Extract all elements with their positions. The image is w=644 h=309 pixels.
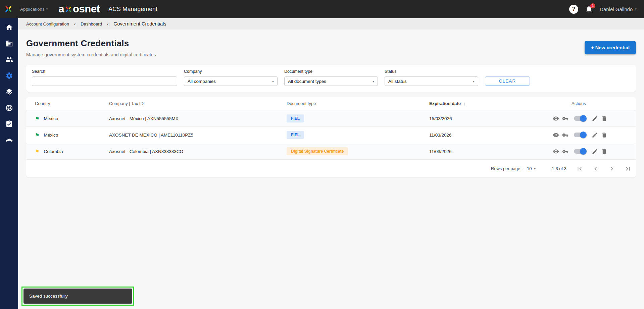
- status-toggle[interactable]: [574, 149, 585, 154]
- country-name: México: [44, 133, 58, 138]
- brand-suffix: osnet: [73, 3, 100, 15]
- credentials-key-button[interactable]: [562, 148, 568, 155]
- first-page-button[interactable]: [576, 165, 584, 173]
- sidebar: [0, 18, 18, 309]
- company-select[interactable]: All companies ▾: [184, 76, 278, 86]
- credentials-key-button[interactable]: [562, 115, 568, 122]
- column-header-document-type: Document type: [287, 101, 429, 106]
- column-header-actions: Actions: [547, 101, 636, 106]
- brand-prefix: a: [58, 3, 64, 15]
- app-title: ACS Management: [108, 6, 157, 13]
- breadcrumb: Account Configuration ‹ Dashboard ‹ Gove…: [18, 18, 644, 30]
- breadcrumb-current: Government Credentials: [113, 21, 166, 27]
- document-type-cell: FIEL: [287, 131, 429, 139]
- view-button[interactable]: [552, 148, 559, 155]
- company-select-value: All companies: [188, 79, 216, 84]
- document-type-badge: FIEL: [287, 131, 304, 139]
- pencil-icon: [592, 115, 598, 122]
- sidebar-item-tasks[interactable]: [0, 116, 18, 132]
- chevron-down-icon: ▾: [272, 80, 274, 83]
- help-button[interactable]: ?: [569, 5, 578, 14]
- country-name: México: [44, 116, 58, 121]
- applications-label: Applications: [20, 7, 45, 12]
- delete-button[interactable]: [601, 132, 607, 138]
- sidebar-item-settings[interactable]: [0, 67, 18, 84]
- eye-icon: [553, 115, 559, 122]
- search-input[interactable]: [32, 76, 177, 86]
- expiration-date-cell: 11/03/2026: [429, 149, 547, 154]
- view-button[interactable]: [552, 132, 559, 138]
- edit-button[interactable]: [591, 115, 598, 122]
- home-icon: [5, 23, 13, 31]
- view-button[interactable]: [552, 115, 559, 122]
- clipboard-check-icon: [5, 120, 13, 128]
- applications-menu[interactable]: Applications ▾: [20, 7, 48, 12]
- gear-icon: [5, 72, 13, 80]
- edit-button[interactable]: [591, 148, 598, 155]
- expiration-date-cell: 11/03/2026: [429, 133, 547, 138]
- user-name: Daniel Galindo: [600, 6, 633, 12]
- rows-per-page-select[interactable]: 10 ▾: [527, 166, 536, 171]
- country-name: Colombia: [44, 149, 63, 154]
- breadcrumb-separator-icon: ‹: [74, 21, 76, 27]
- table-body: ⚑ México Axosnet - México | AXN555555MX …: [26, 110, 636, 160]
- filter-bar: Search Company All companies ▾ Document …: [26, 65, 636, 92]
- chevron-down-icon: ▾: [534, 167, 536, 170]
- company-taxid-cell: Axosnet - México | AXN555555MX: [109, 116, 287, 121]
- edit-button[interactable]: [591, 132, 598, 138]
- breadcrumb-dashboard[interactable]: Dashboard: [81, 21, 102, 27]
- previous-page-button[interactable]: [592, 165, 600, 173]
- building-icon: [5, 40, 13, 47]
- trash-icon: [601, 132, 607, 138]
- status-toggle[interactable]: [574, 116, 585, 121]
- country-cell: ⚑ Colombia: [26, 149, 109, 154]
- company-taxid-cell: AXOSNET DE MEXICO | AME110110PZ5: [109, 133, 287, 138]
- pagination-range: 1-3 of 3: [552, 166, 566, 171]
- credentials-key-button[interactable]: [562, 132, 568, 138]
- sidebar-item-partners[interactable]: [0, 132, 18, 148]
- sidebar-item-company[interactable]: [0, 35, 18, 51]
- eye-icon: [553, 148, 559, 155]
- page-title: Government Credentials: [26, 38, 156, 49]
- status-select-value: All status: [388, 79, 407, 84]
- sidebar-item-globe[interactable]: [0, 100, 18, 116]
- screen: Applications ▾ a osnet ACS Management ?: [0, 0, 644, 309]
- user-menu[interactable]: Daniel Galindo ▾: [600, 6, 637, 12]
- sidebar-item-layers[interactable]: [0, 84, 18, 100]
- document-type-badge: Digital Signature Certificate: [287, 147, 348, 155]
- toast-message: Saved successfully: [23, 289, 132, 304]
- pagination-bar: Rows per page: 10 ▾ 1-3 of 3: [26, 160, 636, 177]
- breadcrumb-account-configuration[interactable]: Account Configuration: [26, 21, 69, 27]
- axosnet-brand-logo: a osnet: [58, 3, 100, 15]
- eye-icon: [553, 132, 559, 138]
- trash-icon: [601, 148, 607, 155]
- sidebar-item-home[interactable]: [0, 19, 18, 35]
- rows-per-page-value: 10: [527, 166, 532, 171]
- chevron-down-icon: ▾: [373, 80, 374, 83]
- pencil-icon: [592, 132, 598, 138]
- trash-icon: [601, 115, 607, 122]
- document-type-select[interactable]: All document types ▾: [284, 76, 378, 86]
- column-header-company-taxid: Company | Tax ID: [109, 101, 287, 106]
- actions-cell: [547, 148, 636, 155]
- globe-icon: [5, 104, 13, 112]
- clear-filters-button[interactable]: CLEAR: [485, 76, 530, 86]
- next-page-button[interactable]: [608, 165, 616, 173]
- layers-icon: [5, 88, 13, 96]
- chevron-down-icon: ▾: [473, 80, 475, 83]
- notification-badge: 1: [590, 3, 595, 8]
- pencil-icon: [592, 148, 598, 155]
- breadcrumb-separator-icon: ‹: [107, 21, 108, 27]
- delete-button[interactable]: [601, 115, 607, 122]
- sidebar-item-users[interactable]: [0, 51, 18, 67]
- delete-button[interactable]: [601, 148, 607, 155]
- status-select[interactable]: All status ▾: [385, 76, 478, 86]
- chevron-left-icon: [592, 165, 599, 172]
- status-toggle[interactable]: [574, 133, 585, 137]
- chevron-down-icon: ▾: [46, 7, 48, 11]
- column-header-expiration-date[interactable]: Expiration date ↓: [429, 101, 547, 106]
- last-page-button[interactable]: [624, 165, 632, 173]
- notifications-button[interactable]: 1: [585, 5, 593, 13]
- new-credential-button[interactable]: + New credential: [585, 41, 636, 54]
- users-icon: [5, 56, 13, 63]
